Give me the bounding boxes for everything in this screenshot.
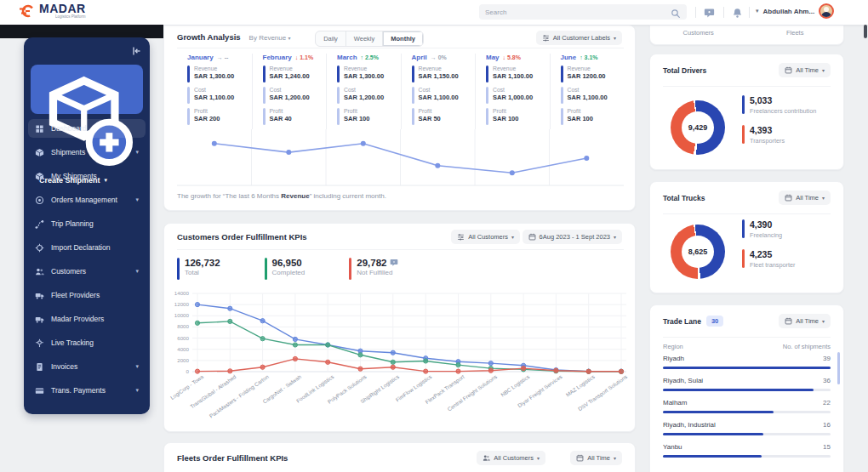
sidebar-item-customers[interactable]: Customers▾ [28,262,146,281]
sidebar-item-my-shipments[interactable]: My Shipments [28,167,146,185]
top-dark-band [0,25,163,38]
legend-value: 4,390 [750,219,782,230]
sidebar-item-trip-planning[interactable]: Trip Planning [28,214,146,233]
metric-value: SAR 1,000.00 [493,94,533,101]
target-icon [35,196,44,205]
month-trend: → -- [217,54,229,60]
trade-bar-fill [663,433,763,435]
avatar[interactable] [819,3,834,19]
month-column-february: February↓ 1.1%RevenueSAR 1,240.00CostSAR… [252,54,327,129]
legend-bar [742,219,745,238]
sidebar-item-label: Shipments [51,148,128,156]
sidebar-item-orders-management[interactable]: Orders Management▾ [28,191,146,209]
svg-text:4000: 4000 [177,346,189,352]
trade-bar-track [663,455,831,458]
search-input[interactable] [485,9,671,16]
sidebar-item-live-tracking[interactable]: Live Tracking [28,333,146,352]
sidebar-item-dashboard[interactable]: Dashboard [28,119,146,138]
sidebar-item-fleet-providers[interactable]: Fleet Providers [28,286,146,304]
messages-icon[interactable] [704,7,715,18]
month-column-april: April→ 0%RevenueSAR 1,150.00CostSAR 1,10… [401,54,476,129]
trade-lane-scrollbar[interactable] [837,352,840,384]
divider [695,7,696,18]
chevron-down-icon: ▾ [822,195,825,201]
all-time-filter[interactable]: All Time ▾ [570,451,622,465]
legend-item-fleet-transporter: 4,235Fleet transporter [742,249,837,269]
all-time-filter[interactable]: All Time ▾ [779,63,831,77]
box-icon [35,172,44,181]
date-range-filter[interactable]: 6Aug 2023 - 1 Sept 2023 ▾ [523,230,622,244]
month-name: May [486,54,500,61]
trade-lane-rows: Riyadh39Riyadh, Sulai36Malham22Riyadh, I… [663,355,831,465]
tab-fleets[interactable]: Fleets [747,26,844,44]
trade-bar-track [663,433,831,435]
trade-lane-row-yanbu: Yanbu15 [663,443,831,458]
metric-bar [561,87,563,104]
tab-customers[interactable]: Customers [650,26,747,44]
metric-label: Profit [493,108,518,114]
period-button-weekly[interactable]: Weekly [346,31,383,46]
metric-cost: CostSAR 1,200.00 [337,87,401,104]
legend-label: Fleet transporter [750,261,796,269]
page-scrollbar[interactable] [864,25,867,38]
metric-label: Profit [344,108,369,114]
notifications-bell-icon[interactable] [732,7,743,18]
sidebar-item-label: Dashboard [51,124,139,133]
trade-shipments-count: 15 [823,443,831,451]
chevron-down-icon: ▾ [614,35,616,41]
all-time-filter[interactable]: All Time ▾ [779,191,831,205]
search-bar[interactable] [479,4,687,20]
kpi-stat-total: 126,732Total [177,258,220,280]
metric-value: SAR 1,200.00 [344,94,384,101]
sidebar-item-madar-providers[interactable]: Madar Providers [28,310,146,328]
customer-labels-filter[interactable]: All Customer Labels ▾ [536,31,622,45]
all-customers-filter[interactable]: All Customers ▾ [451,230,520,244]
sidebar-item-import-declaration[interactable]: Import Declaration [28,238,146,257]
metric-label: Profit [568,108,593,114]
all-time-filter[interactable]: All Time ▾ [779,314,831,328]
chevron-down-icon: ▾ [822,318,825,324]
metric-value: SAR 1,100.00 [493,72,533,80]
create-shipment-button[interactable]: Create Shipment ▾ [31,65,143,114]
truck-icon [35,291,44,300]
box-icon [35,148,44,157]
trade-bar-fill [663,411,774,413]
legend-item-transporters: 4,393Transporters [742,125,837,145]
metric-label: Revenue [270,65,310,71]
metric-prof: ProfitSAR 200 [187,108,252,125]
svg-text:0: 0 [186,368,190,374]
metric-bar [337,108,340,125]
period-button-monthly[interactable]: Monthly [383,31,423,46]
metric-value: SAR 1,300.00 [194,72,234,80]
sidebar-nav: DashboardShipments▾My ShipmentsOrders Ma… [28,119,146,405]
metric-bar [187,108,190,125]
sidebar-item-trans-payments[interactable]: Trans. Payments▾ [28,381,146,400]
madar-logo[interactable]: MADAR Logistics Platform [19,3,86,20]
filter-icon [457,233,465,241]
metric-bar [337,65,340,82]
legend-label: Transporters [750,137,785,145]
card-icon [35,386,44,395]
trade-col-shipments: No. of shipments [783,343,831,350]
comment-icon [390,259,398,267]
trucks-legend: 4,390Freelancing4,235Fleet transporter [742,219,837,279]
metric-value: SAR 40 [270,115,292,122]
metric-value: SAR 1,100.00 [568,94,608,101]
sidebar-collapse-icon[interactable] [131,44,141,54]
calendar-icon [785,194,792,202]
all-customers-filter[interactable]: All Customers ▾ [477,451,545,465]
drivers-donut-chart: 9,429 [671,100,725,155]
chevron-down-icon: ▾ [135,196,139,203]
period-button-daily[interactable]: Daily [316,31,346,46]
divider [663,86,831,87]
metric-value: SAR 100 [568,115,593,122]
month-trend: ↓ 1.1% [295,54,313,60]
metric-label: Revenue [194,65,234,71]
metric-value: SAR 1,300.00 [344,72,384,80]
metric-value: SAR 1,100.00 [419,94,459,101]
by-revenue-dropdown[interactable]: By Revenue ▾ [249,34,291,42]
sidebar-item-invoices[interactable]: Invoices▾ [28,357,146,376]
sidebar-item-shipments[interactable]: Shipments▾ [28,143,146,162]
user-menu[interactable]: ▾ Abdullah Ahm... [756,3,834,19]
trade-col-region: Region [663,343,683,350]
